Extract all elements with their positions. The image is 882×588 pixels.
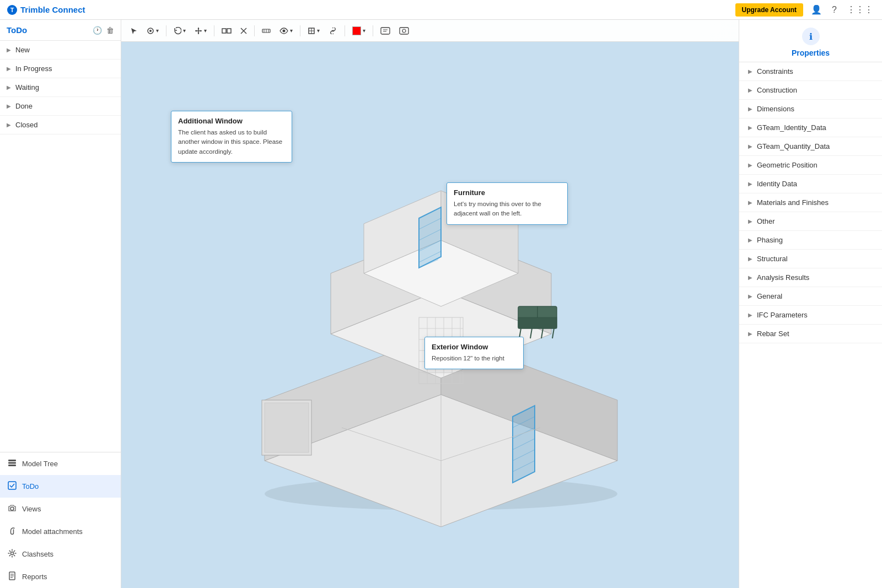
todo-header: ToDo 🕐 🗑	[0, 20, 121, 41]
prop-item-general[interactable]: ▶ General	[739, 287, 882, 306]
nav-item-views[interactable]: Views	[0, 498, 121, 520]
svg-rect-75	[518, 317, 557, 328]
nav-item-todo[interactable]: ToDo	[0, 475, 121, 498]
annotation-furniture[interactable]: Furniture Let's try moving this over to …	[447, 182, 568, 225]
chevron-right-icon: ▶	[748, 312, 752, 318]
nav-item-reports[interactable]: Reports	[0, 565, 121, 588]
svg-point-13	[149, 30, 152, 32]
prop-item-dimensions[interactable]: ▶ Dimensions	[739, 100, 882, 118]
trimble-logo-icon: T	[7, 4, 18, 15]
svg-rect-21	[227, 29, 231, 33]
prop-label-rebar-set: Rebar Set	[757, 330, 789, 338]
properties-title: Properties	[792, 48, 830, 57]
3d-viewport[interactable]: ▾ ▾ ▾ ▾	[121, 20, 739, 588]
separator	[166, 25, 166, 36]
chevron-right-icon: ▶	[7, 47, 11, 53]
prop-item-geometric-position[interactable]: ▶ Geometric Position	[739, 156, 882, 175]
prop-item-identity-data[interactable]: ▶ Identity Data	[739, 175, 882, 193]
chevron-right-icon: ▶	[748, 199, 752, 206]
separator	[300, 25, 300, 36]
logo-text: Trimble Connect	[20, 5, 85, 14]
svg-marker-18	[195, 30, 197, 31]
nav-label-model-tree: Model Tree	[22, 460, 58, 468]
transform-button[interactable]: ▾	[143, 25, 162, 37]
rotate-button[interactable]: ▾	[170, 25, 189, 37]
svg-marker-19	[200, 30, 202, 31]
todo-section-new[interactable]: ▶ New	[0, 41, 121, 60]
nav-item-clashsets[interactable]: Clashsets	[0, 543, 121, 565]
prop-item-other[interactable]: ▶ Other	[739, 212, 882, 231]
clock-icon[interactable]: 🕐	[93, 26, 102, 35]
separator	[345, 25, 345, 36]
properties-list: ▶ Constraints ▶ Construction ▶ Dimension…	[739, 62, 882, 343]
todo-section-in-progress[interactable]: ▶ In Progress	[0, 60, 121, 78]
prop-item-materials-finishes[interactable]: ▶ Materials and Finishes	[739, 193, 882, 212]
svg-text:T: T	[10, 7, 14, 13]
color-button[interactable]: ▾	[349, 24, 369, 37]
todo-section-done[interactable]: ▶ Done	[0, 97, 121, 116]
grid-icon[interactable]: ⋮⋮⋮	[845, 3, 875, 16]
link-button[interactable]	[325, 25, 341, 36]
chevron-right-icon: ▶	[7, 103, 11, 109]
section-label-done: Done	[15, 102, 33, 110]
prop-item-rebar-set[interactable]: ▶ Rebar Set	[739, 325, 882, 343]
prop-item-analysis-results[interactable]: ▶ Analysis Results	[739, 268, 882, 287]
annotation-additional-window[interactable]: Additional Window The client has asked u…	[171, 111, 292, 163]
prop-item-ifc-parameters[interactable]: ▶ IFC Parameters	[739, 306, 882, 325]
trash-icon[interactable]: 🗑	[106, 26, 114, 35]
annotation-title: Furniture	[454, 188, 561, 197]
header-left: T Trimble Connect	[7, 4, 85, 15]
svg-point-6	[10, 507, 14, 510]
app-header: T Trimble Connect Upgrade Account 👤 ? ⋮⋮…	[0, 0, 882, 20]
prop-label-structural: Structural	[757, 255, 788, 263]
todo-section-waiting[interactable]: ▶ Waiting	[0, 78, 121, 97]
chevron-right-icon: ▶	[748, 331, 752, 337]
prop-label-other: Other	[757, 217, 775, 225]
doc-icon	[8, 571, 17, 582]
prop-item-constraints[interactable]: ▶ Constraints	[739, 62, 882, 81]
measure-button[interactable]	[259, 25, 274, 37]
close-section-button[interactable]	[237, 25, 250, 36]
stamp2-button[interactable]	[396, 25, 412, 37]
prop-label-dimensions: Dimensions	[757, 105, 794, 113]
todo-title: ToDo	[7, 25, 27, 35]
annotation-text: The client has asked us to build another…	[178, 128, 285, 157]
todo-section-closed[interactable]: ▶ Closed	[0, 116, 121, 134]
prop-item-gteam-quantity[interactable]: ▶ GTeam_Quantity_Data	[739, 137, 882, 156]
todo-sections: ▶ New ▶ In Progress ▶ Waiting ▶ Done ▶ C…	[0, 41, 121, 134]
cursor-tool-button[interactable]	[127, 25, 141, 37]
chevron-right-icon: ▶	[748, 125, 752, 131]
svg-point-7	[11, 552, 14, 555]
properties-panel-header: ℹ Properties	[739, 20, 882, 62]
stamp1-button[interactable]	[377, 25, 394, 37]
annotation-text: Reposition 12" to the right	[432, 354, 517, 363]
prop-item-phasing[interactable]: ▶ Phasing	[739, 231, 882, 250]
nav-item-model-tree[interactable]: Model Tree	[0, 452, 121, 475]
svg-rect-20	[222, 29, 226, 33]
svg-rect-3	[8, 462, 16, 464]
upgrade-account-button[interactable]: Upgrade Account	[735, 3, 804, 17]
annotation-text: Let's try moving this over to the adjace…	[454, 199, 561, 219]
help-icon[interactable]: ?	[830, 4, 839, 16]
left-sidebar: ToDo 🕐 🗑 ▶ New ▶ In Progress ▶ Waiting ▶	[0, 20, 121, 588]
chevron-right-icon: ▶	[748, 143, 752, 149]
prop-label-materials-finishes: Materials and Finishes	[757, 198, 829, 207]
info-icon: ℹ	[802, 28, 820, 45]
visibility-button[interactable]: ▾	[276, 25, 296, 36]
user-icon[interactable]: 👤	[809, 3, 824, 16]
chevron-right-icon: ▶	[748, 181, 752, 187]
prop-label-gteam-quantity: GTeam_Quantity_Data	[757, 142, 830, 150]
annotation-exterior-window[interactable]: Exterior Window Reposition 12" to the ri…	[424, 337, 524, 369]
prop-item-structural[interactable]: ▶ Structural	[739, 250, 882, 268]
gear-icon	[8, 549, 17, 559]
object-tool-button[interactable]: ▾	[304, 25, 323, 37]
prop-item-gteam-identity[interactable]: ▶ GTeam_Identity_Data	[739, 118, 882, 137]
move-button[interactable]: ▾	[191, 25, 210, 37]
section-button[interactable]	[218, 25, 235, 37]
chevron-right-icon: ▶	[748, 293, 752, 299]
prop-label-ifc-parameters: IFC Parameters	[757, 311, 808, 319]
layers-icon	[8, 458, 17, 469]
nav-item-model-attachments[interactable]: Model attachments	[0, 520, 121, 543]
prop-item-construction[interactable]: ▶ Construction	[739, 81, 882, 100]
header-right: Upgrade Account 👤 ? ⋮⋮⋮	[735, 3, 875, 17]
